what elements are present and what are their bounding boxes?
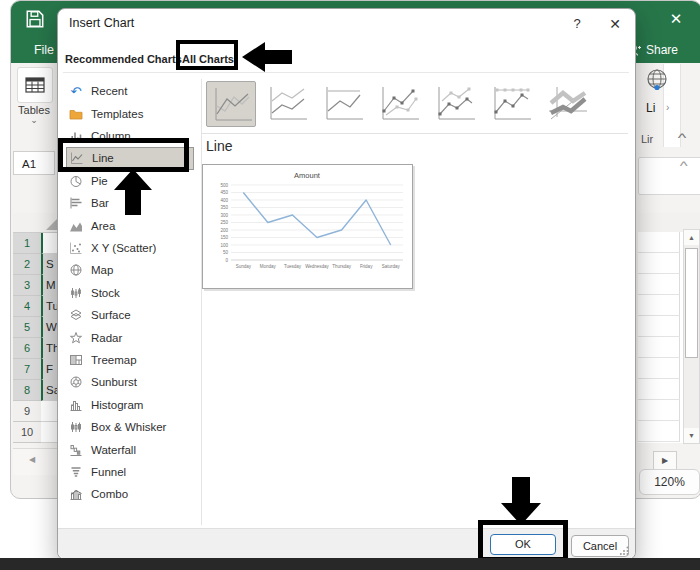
excel-close-button[interactable]: ✕ (661, 5, 691, 33)
cell-A9[interactable] (41, 401, 58, 422)
horizontal-scrollbar-fragment[interactable]: ◀ (13, 448, 58, 475)
tab-recommended-charts[interactable]: Recommended Charts (65, 47, 182, 71)
tables-dropdown-chevron-icon[interactable]: ⌄ (11, 115, 57, 125)
screen: ✕ File Share Tables ⌄ Li › Lir ^ A1 ^ 1 … (0, 0, 700, 570)
select-all-corner[interactable] (13, 213, 58, 233)
templates-folder-icon (68, 107, 84, 121)
section-divider (201, 133, 628, 134)
svg-text:350: 350 (220, 205, 228, 210)
line-chart-preview[interactable]: Amount050100150200250300350400450500Sund… (202, 164, 413, 289)
link-button-label[interactable]: Li (646, 101, 655, 115)
sidebar-item-waterfall[interactable]: Waterfall (68, 438, 194, 460)
dialog-close-button[interactable]: ✕ (604, 14, 626, 34)
resize-grip-icon[interactable] (620, 546, 629, 555)
combo-chart-icon (68, 487, 84, 501)
cell-A3[interactable]: M (41, 275, 58, 296)
sidebar-item-templates[interactable]: Templates (68, 102, 194, 124)
empty-cell-row (638, 316, 680, 337)
stock-chart-icon (68, 286, 84, 300)
thumbnail-3d-line[interactable] (542, 81, 592, 127)
empty-cell-row (638, 253, 680, 274)
formula-bar[interactable] (638, 157, 700, 195)
sidebar-item-box-whisker[interactable]: Box & Whisker (68, 416, 194, 438)
area-chart-icon (68, 219, 84, 233)
scroll-up-icon[interactable]: ▲ (684, 230, 699, 245)
thumbnail-line-with-markers[interactable] (374, 81, 424, 127)
waterfall-chart-icon (68, 443, 84, 457)
formula-bar-expand-icon[interactable]: ^ (680, 159, 688, 173)
row-header-8[interactable]: 8 (13, 380, 41, 401)
zoom-level[interactable]: 120% (639, 469, 700, 495)
vertical-scrollbar-thumb[interactable] (685, 248, 698, 358)
svg-text:Wednesday: Wednesday (305, 264, 329, 269)
svg-text:0: 0 (225, 258, 228, 263)
bar-chart-icon (68, 196, 84, 210)
sidebar-item-sunburst[interactable]: Sunburst (68, 371, 194, 393)
sidebar-item-radar[interactable]: Radar (68, 326, 194, 348)
svg-text:300: 300 (220, 213, 228, 218)
preview-chart-svg: Amount050100150200250300350400450500Sund… (203, 165, 412, 288)
row-header-9[interactable]: 9 (13, 401, 41, 422)
thumbnail-line[interactable] (206, 81, 256, 127)
taskbar-edge (0, 558, 700, 570)
name-box[interactable]: A1 (13, 151, 55, 175)
row-header-4[interactable]: 4 (13, 296, 41, 317)
thumbnail-100-stacked-line-with-markers[interactable] (486, 81, 536, 127)
svg-text:Saturday: Saturday (382, 264, 401, 269)
worksheet-cells-fragment[interactable] (638, 232, 683, 443)
sidebar-item-surface[interactable]: Surface (68, 304, 194, 326)
tab-divider (63, 72, 629, 73)
vertical-scrollbar[interactable]: ▲ ▼ (683, 229, 700, 444)
dialog-help-button[interactable]: ? (566, 14, 588, 34)
pie-chart-icon (68, 174, 84, 188)
svg-text:200: 200 (220, 228, 228, 233)
thumbnail-100-stacked-line[interactable] (318, 81, 368, 127)
cell-A6[interactable]: Th (41, 338, 58, 359)
link-chevron-icon[interactable]: › (666, 102, 669, 113)
cell-A7[interactable]: F (41, 359, 58, 380)
row-header-6[interactable]: 6 (13, 338, 41, 359)
cell-A5[interactable]: We (41, 317, 58, 338)
cell-A4[interactable]: Tu (41, 296, 58, 317)
sidebar-item-stock[interactable]: Stock (68, 282, 194, 304)
cell-A10[interactable] (41, 422, 58, 443)
sidebar-item-map[interactable]: Map (68, 259, 194, 281)
annotation-box-line (58, 138, 189, 172)
sidebar-item-combo[interactable]: Combo (68, 483, 194, 505)
sidebar-item-funnel[interactable]: Funnel (68, 461, 194, 483)
svg-text:Thursday: Thursday (332, 264, 352, 269)
tables-button[interactable] (17, 67, 53, 103)
save-icon[interactable] (24, 8, 46, 30)
surface-chart-icon (68, 308, 84, 322)
thumbnail-stacked-line[interactable] (262, 81, 312, 127)
row-header-5[interactable]: 5 (13, 317, 41, 338)
share-button[interactable]: Share (629, 39, 678, 61)
empty-cell-row (638, 274, 680, 295)
empty-cell-row (638, 232, 680, 253)
row-header-1[interactable]: 1 (13, 233, 41, 254)
cell-A8[interactable]: Sa (41, 380, 58, 401)
cell-A1[interactable] (41, 233, 58, 254)
scroll-down-icon[interactable]: ▼ (684, 428, 699, 443)
recent-icon: ↶ (68, 84, 84, 98)
map-chart-icon (68, 263, 84, 277)
svg-text:100: 100 (220, 243, 228, 248)
sidebar-item-treemap[interactable]: Treemap (68, 349, 194, 371)
sidebar-item-recent[interactable]: ↶Recent (68, 80, 194, 102)
annotation-arrow-down-icon (501, 477, 541, 525)
row-header-7[interactable]: 7 (13, 359, 41, 380)
sidebar-item-xy-scatter[interactable]: X Y (Scatter) (68, 237, 194, 259)
row-header-2[interactable]: 2 (13, 254, 41, 275)
row-header-3[interactable]: 3 (13, 275, 41, 296)
scroll-left-icon[interactable]: ◀ (29, 455, 35, 464)
cell-A2[interactable]: S (41, 254, 58, 275)
globe-link-icon[interactable] (644, 67, 670, 93)
funnel-chart-icon (68, 465, 84, 479)
sidebar-item-area[interactable]: Area (68, 214, 194, 236)
scroll-right-button[interactable]: ▶ (653, 451, 677, 470)
collapse-ribbon-icon[interactable]: ^ (678, 130, 687, 145)
row-header-10[interactable]: 10 (13, 422, 41, 443)
sidebar-item-histogram[interactable]: Histogram (68, 394, 194, 416)
select-all-triangle-icon (46, 219, 57, 230)
thumbnail-stacked-line-with-markers[interactable] (430, 81, 480, 127)
